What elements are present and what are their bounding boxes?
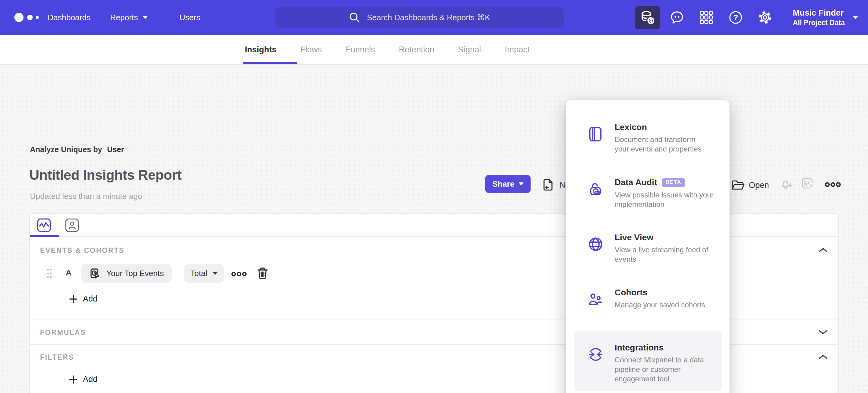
tab-insights[interactable]: Insights xyxy=(243,45,278,55)
help-icon: ? xyxy=(728,10,743,25)
cohorts-people-icon xyxy=(588,291,603,307)
metric-label: Total xyxy=(190,269,207,278)
series-letter: A xyxy=(66,268,71,278)
primary-nav: Dashboards Reports Users xyxy=(48,0,200,35)
chevron-down-icon xyxy=(143,16,148,19)
menu-item-description: Document and transform your events and p… xyxy=(615,135,706,153)
top-navbar: Dashboards Reports Users Search Dashboar… xyxy=(0,0,868,35)
report-tabbar: Insights Flows Funnels Retention Signal … xyxy=(0,35,868,65)
tab-funnels[interactable]: Funnels xyxy=(344,45,377,55)
expand-formulas-icon[interactable] xyxy=(818,329,828,335)
project-scope: All Project Data xyxy=(793,18,845,27)
grid-apps-icon xyxy=(699,10,713,25)
beta-badge: BETA xyxy=(662,178,685,187)
menu-item-cohorts[interactable]: Cohorts Manage your saved cohorts xyxy=(566,283,730,338)
drag-handle-icon[interactable] xyxy=(46,268,53,279)
collapse-filters-icon[interactable] xyxy=(818,354,828,360)
add-event-button[interactable]: Add xyxy=(69,294,97,304)
analyze-by-line: Analyze Uniques by User xyxy=(30,145,124,154)
apps-grid-button[interactable] xyxy=(692,0,721,35)
document-plus-icon xyxy=(541,178,555,192)
menu-item-text: Data AuditBETA View possible issues with… xyxy=(615,177,731,209)
alert-bell-plus-icon[interactable] xyxy=(780,177,794,191)
data-management-button[interactable] xyxy=(635,6,660,29)
menu-item-title: Cohorts xyxy=(615,287,647,298)
lexicon-book-icon xyxy=(588,126,603,142)
events-section-label: EVENTS & COHORTS xyxy=(40,246,124,255)
menu-item-description: View possible issues with your implement… xyxy=(615,190,731,209)
delete-row-icon[interactable] xyxy=(256,266,269,280)
tab-signal[interactable]: Signal xyxy=(456,45,483,55)
menu-item-description: View a live streaming feed of events xyxy=(615,245,722,264)
menu-item-description: Connect Mixpanel to a data pipeline or c… xyxy=(615,355,715,384)
collapse-events-icon[interactable] xyxy=(818,247,828,253)
add-filter-button[interactable]: Add xyxy=(69,375,97,384)
data-audit-lock-icon xyxy=(588,181,603,197)
menu-item-title: Data Audit xyxy=(615,177,657,188)
tab-retention[interactable]: Retention xyxy=(397,45,436,55)
search-input[interactable]: Search Dashboards & Reports ⌘K xyxy=(275,7,564,28)
project-switcher[interactable]: Music Finder All Project Data xyxy=(793,0,858,35)
feedback-button[interactable] xyxy=(662,0,692,35)
app-root: Dashboards Reports Users Search Dashboar… xyxy=(0,0,868,393)
row-more-button[interactable] xyxy=(231,272,247,277)
updated-timestamp: Updated less than a minute ago xyxy=(30,192,142,201)
settings-button[interactable] xyxy=(750,0,780,35)
event-name: Your Top Events xyxy=(106,269,164,278)
plus-icon xyxy=(69,375,78,384)
live-view-globe-icon xyxy=(588,236,603,252)
help-button[interactable]: ? xyxy=(721,0,750,35)
chevron-down-icon xyxy=(853,16,858,19)
users-view-tab[interactable] xyxy=(65,218,80,233)
mixpanel-logo-icon[interactable] xyxy=(14,12,43,23)
analyze-prefix: Analyze Uniques by xyxy=(30,145,102,154)
chart-view-tab[interactable] xyxy=(37,218,51,233)
add-to-dashboard-icon[interactable] xyxy=(801,176,815,191)
menu-item-description: Manage your saved cohorts xyxy=(615,300,743,309)
analyze-entity-selector[interactable]: User xyxy=(107,145,124,154)
data-management-menu: Lexicon Document and transform your even… xyxy=(566,100,730,393)
nav-dashboards[interactable]: Dashboards xyxy=(48,13,90,22)
share-button[interactable]: Share xyxy=(485,175,531,193)
nav-reports-label: Reports xyxy=(110,13,138,22)
menu-item-live-view[interactable]: Live View View a live streaming feed of … xyxy=(566,228,730,283)
menu-item-title: Live View xyxy=(615,232,653,243)
open-report-button[interactable]: Open xyxy=(731,178,769,192)
add-label: Add xyxy=(83,375,97,384)
metric-selector[interactable]: Total xyxy=(184,264,224,283)
project-names: Music Finder All Project Data xyxy=(793,8,845,27)
add-label: Add xyxy=(83,294,97,304)
menu-item-lexicon[interactable]: Lexicon Document and transform your even… xyxy=(566,118,730,173)
formulas-section-label: FORMULAS xyxy=(40,329,86,337)
report-title[interactable]: Untitled Insights Report xyxy=(29,167,182,183)
page-content: Analyze Uniques by User Untitled Insight… xyxy=(0,65,868,393)
nav-users[interactable]: Users xyxy=(179,13,200,22)
tab-impact[interactable]: Impact xyxy=(503,45,531,55)
gear-icon xyxy=(758,10,772,25)
search-icon xyxy=(348,11,361,24)
folder-open-icon xyxy=(731,178,745,192)
chevron-down-icon xyxy=(519,183,524,186)
integrations-sync-icon xyxy=(588,346,603,362)
menu-item-title: Integrations xyxy=(615,342,663,353)
menu-item-text: Lexicon Document and transform your even… xyxy=(615,122,706,153)
menu-item-text: Live View View a live streaming feed of … xyxy=(615,232,722,264)
menu-item-text: Cohorts Manage your saved cohorts xyxy=(615,287,743,309)
tab-flows[interactable]: Flows xyxy=(299,45,324,55)
plus-icon xyxy=(69,294,78,304)
share-label: Share xyxy=(492,179,515,189)
menu-item-data-audit[interactable]: Data AuditBETA View possible issues with… xyxy=(566,173,730,228)
active-tab-underline xyxy=(243,62,298,64)
menu-item-title: Lexicon xyxy=(615,122,647,133)
report-tabs: Insights Flows Funnels Retention Signal … xyxy=(243,35,531,64)
event-click-icon xyxy=(89,267,101,279)
database-gear-icon xyxy=(640,10,655,25)
more-actions-button[interactable] xyxy=(825,182,841,187)
svg-text:?: ? xyxy=(733,13,738,22)
nav-reports[interactable]: Reports xyxy=(110,13,148,22)
project-name: Music Finder xyxy=(793,8,845,18)
open-label: Open xyxy=(749,180,769,190)
menu-item-integrations[interactable]: Integrations Connect Mixpanel to a data … xyxy=(566,338,730,393)
active-view-underline xyxy=(30,235,59,237)
event-selector[interactable]: Your Top Events xyxy=(81,264,172,283)
